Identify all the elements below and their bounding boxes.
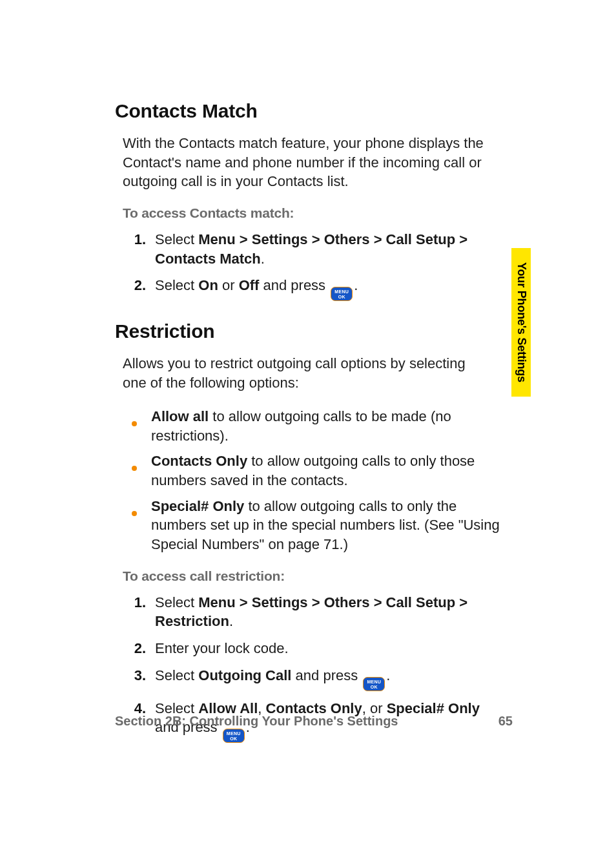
step-body: Select On or Off and press MENUOK. (155, 276, 500, 301)
bullet-body: Contacts Only to allow outgoing calls to… (151, 452, 513, 490)
step-post: . (261, 251, 265, 267)
menu-ok-icon: MENUOK (331, 287, 353, 301)
step-text: and press (291, 667, 362, 683)
page-number: 65 (498, 714, 513, 729)
option-contacts-only: Contacts Only (151, 453, 247, 469)
step-text: and press (259, 277, 329, 293)
menu-ok-bottom: OK (371, 685, 378, 689)
step-post: . (229, 613, 233, 629)
step-body: Select Menu > Settings > Others > Call S… (155, 593, 500, 631)
step-post: . (354, 277, 358, 293)
step-text: Select (155, 277, 198, 293)
list-item: Special# Only to allow outgoing calls to… (132, 497, 513, 554)
step-text: Select (155, 231, 198, 247)
restriction-options: Allow all to allow outgoing calls to be … (132, 407, 513, 554)
step-1: 1. Select Menu > Settings > Others > Cal… (132, 593, 500, 631)
bullet-body: Special# Only to allow outgoing calls to… (151, 497, 513, 554)
menu-ok-bottom: OK (230, 736, 237, 741)
heading-contacts-match: Contacts Match (115, 100, 513, 122)
step-bold: Menu > Settings > Others > Call Setup > … (155, 594, 467, 630)
menu-ok-top: MENU (334, 289, 349, 294)
steps-contacts-match: 1. Select Menu > Settings > Others > Cal… (132, 230, 500, 301)
list-item: Allow all to allow outgoing calls to be … (132, 407, 513, 445)
step-marker: 3. (132, 666, 155, 685)
step-text: Enter your lock code. (155, 640, 289, 656)
manual-page: Your Phone's Settings Contacts Match Wit… (0, 0, 616, 863)
step-marker: 2. (132, 276, 155, 295)
page-footer: Section 2B: Controlling Your Phone's Set… (115, 714, 513, 729)
bullet-icon (132, 407, 151, 432)
menu-ok-icon: MENUOK (223, 729, 245, 743)
step-body: Select Outgoing Call and press MENUOK. (155, 666, 500, 691)
step-text: or (218, 277, 239, 293)
step-2: 2. Enter your lock code. (132, 639, 500, 658)
step-bold: Menu > Settings > Others > Call Setup > … (155, 231, 467, 267)
subhead-contacts-match: To access Contacts match: (123, 205, 513, 221)
option-allow-all: Allow all (151, 408, 209, 424)
step-body: Select Menu > Settings > Others > Call S… (155, 230, 500, 268)
step-marker: 2. (132, 639, 155, 658)
footer-section: Section 2B: Controlling Your Phone's Set… (115, 714, 398, 729)
bullet-icon (132, 452, 151, 476)
step-2: 2. Select On or Off and press MENUOK. (132, 276, 500, 301)
restriction-block: Restriction Allows you to restrict outgo… (115, 320, 513, 743)
menu-ok-top: MENU (227, 731, 241, 736)
intro-contacts-match: With the Contacts match feature, your ph… (123, 134, 484, 191)
step-post: . (386, 667, 390, 683)
bullet-body: Allow all to allow outgoing calls to be … (151, 407, 513, 445)
list-item: Contacts Only to allow outgoing calls to… (132, 452, 513, 490)
menu-ok-bottom: OK (338, 295, 345, 299)
bullet-icon (132, 497, 151, 521)
menu-ok-top: MENU (367, 680, 381, 684)
menu-ok-icon: MENUOK (363, 677, 385, 691)
side-tab: Your Phone's Settings (511, 248, 531, 397)
side-tab-label: Your Phone's Settings (515, 262, 528, 382)
heading-restriction: Restriction (115, 320, 513, 342)
step-outgoing-call: Outgoing Call (198, 667, 291, 683)
step-text: Select (155, 667, 198, 683)
step-3: 3. Select Outgoing Call and press MENUOK… (132, 666, 500, 691)
subhead-restriction: To access call restriction: (123, 568, 513, 584)
step-off: Off (239, 277, 260, 293)
option-special-only: Special# Only (151, 498, 244, 514)
step-text: Select (155, 594, 198, 610)
step-1: 1. Select Menu > Settings > Others > Cal… (132, 230, 500, 268)
step-marker: 1. (132, 593, 155, 612)
step-body: Enter your lock code. (155, 639, 500, 658)
intro-restriction: Allows you to restrict outgoing call opt… (123, 354, 484, 392)
step-on: On (198, 277, 218, 293)
step-marker: 1. (132, 230, 155, 249)
